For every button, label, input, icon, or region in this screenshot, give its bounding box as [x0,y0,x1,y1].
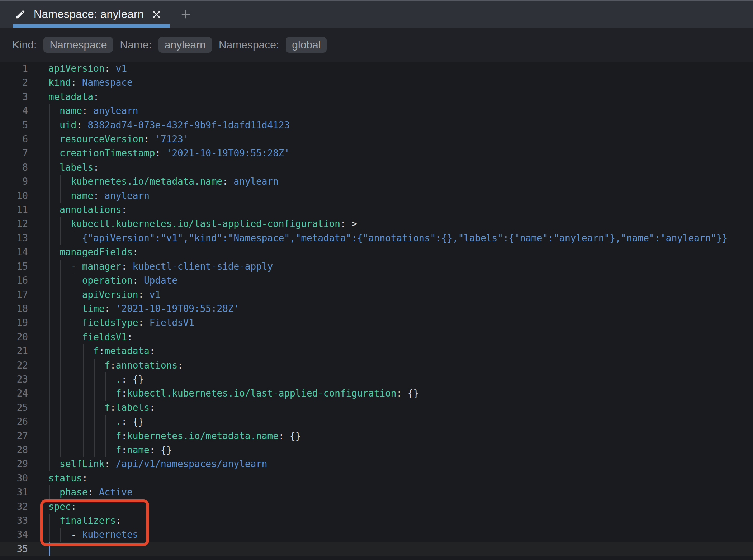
yaml-key: f [116,445,122,455]
editor-line-33[interactable]: 33 finalizers: [0,514,753,528]
yaml-punctuation: : [122,204,127,215]
yaml-punctuation: : [93,91,99,102]
indent-guide [72,443,72,457]
indent-spaces [48,247,60,257]
yaml-key: resourceVersion [60,134,144,144]
indent-guide [105,429,106,443]
line-number: 35 [0,542,28,556]
editor-line-1[interactable]: 1apiVersion: v1 [0,62,753,76]
yaml-value: v1 [150,289,161,300]
new-tab-button[interactable] [176,1,195,28]
indent-guide [60,415,61,429]
editor-line-5[interactable]: 5 uid: 8382ad74-073e-432f-9b9f-1dafd11d4… [0,118,753,132]
editor-line-25[interactable]: 25 f:labels: [0,401,753,415]
yaml-value: kubectl-client-side-apply [133,261,273,272]
editor-line-19[interactable]: 19 fieldsType: FieldsV1 [0,316,753,330]
indent-guide [49,372,50,386]
indent-guide [60,528,61,542]
editor-line-31[interactable]: 31 phase: Active [0,485,753,499]
yaml-punctuation: : [122,388,127,399]
tab-title: Namespace: anylearn [34,8,144,21]
editor-line-15[interactable]: 15 - manager: kubectl-client-side-apply [0,260,753,274]
indent-spaces [48,162,60,173]
close-tab-icon[interactable] [152,10,161,19]
indent-guide [49,429,50,443]
editor-line-6[interactable]: 6 resourceVersion: '7123' [0,132,753,146]
editor-line-3[interactable]: 3metadata: [0,90,753,104]
editor-line-21[interactable]: 21 f:metadata: [0,344,753,358]
indent-guide [72,372,72,386]
yaml-punctuation: : [133,275,144,286]
yaml-key: manager [82,261,122,272]
editor-line-32[interactable]: 32spec: [0,500,753,514]
editor-line-13[interactable]: 13 {"apiVersion":"v1","kind":"Namespace"… [0,231,753,245]
editor-line-34[interactable]: 34 - kubernetes [0,528,753,542]
editor-line-12[interactable]: 12 kubectl.kubernetes.io/last-applied-co… [0,217,753,231]
indent-guide [60,217,61,231]
editor-line-22[interactable]: 22 f:annotations: [0,359,753,372]
editor-line-11[interactable]: 11 annotations: [0,203,753,217]
editor-line-28[interactable]: 28 f:name: {} [0,443,753,457]
editor-line-4[interactable]: 4 name: anylearn [0,104,753,118]
indent-guide [49,132,50,146]
editor-line-16[interactable]: 16 operation: Update [0,274,753,288]
editor-line-17[interactable]: 17 apiVersion: v1 [0,288,753,302]
line-number: 17 [0,288,28,302]
indent-guide [49,217,50,231]
indent-guide [49,274,50,288]
editor-line-8[interactable]: 8 labels: [0,161,753,175]
editor-line-26[interactable]: 26 .: {} [0,415,753,429]
kind-label: Kind: [12,39,37,51]
line-number: 21 [0,344,28,358]
editor-line-27[interactable]: 27 f:kubernetes.io/metadata.name: {} [0,429,753,443]
indent-spaces [48,120,60,130]
line-code: finalizers: [28,514,753,528]
line-code: annotations: [28,203,753,217]
name-label: Name: [120,39,151,51]
indent-guide [49,401,50,415]
indent-guide [60,344,61,358]
yaml-key: name [127,445,150,455]
editor-line-23[interactable]: 23 .: {} [0,372,753,386]
editor-line-30[interactable]: 30status: [0,471,753,485]
editor-line-2[interactable]: 2kind: Namespace [0,76,753,90]
tab-namespace-anylearn[interactable]: Namespace: anylearn [13,1,170,28]
indent-guide [49,203,50,217]
yaml-editor[interactable]: 1apiVersion: v12kind: Namespace3metadata… [0,62,753,560]
editor-line-7[interactable]: 7 creationTimestamp: '2021-10-19T09:55:2… [0,146,753,160]
editor-line-10[interactable]: 10 name: anylearn [0,189,753,203]
indent-guide [105,443,106,457]
editor-line-35[interactable]: 35 [0,542,753,556]
indent-guide [49,485,50,499]
yaml-key: finalizers [60,515,116,526]
indent-guide [60,372,61,386]
indent-guide [49,528,50,542]
indent-guide [60,429,61,443]
edit-pencil-icon [15,9,26,20]
line-code: fieldsType: FieldsV1 [28,316,753,330]
editor-line-20[interactable]: 20 fieldsV1: [0,330,753,344]
editor-line-24[interactable]: 24 f:kubectl.kubernetes.io/last-applied-… [0,386,753,400]
editor-line-29[interactable]: 29 selfLink: /api/v1/namespaces/anylearn [0,457,753,471]
indent-guide [94,372,95,386]
line-number: 10 [0,189,28,203]
yaml-key: annotations [116,360,177,371]
line-number: 30 [0,471,28,485]
editor-line-9[interactable]: 9 kubernetes.io/metadata.name: anylearn [0,175,753,189]
editor-line-18[interactable]: 18 time: '2021-10-19T09:55:28Z' [0,302,753,316]
yaml-punctuation: : [122,431,127,441]
yaml-key: fieldsV1 [82,332,127,342]
line-number: 20 [0,330,28,344]
line-number: 18 [0,302,28,316]
yaml-punctuation: : [122,374,133,385]
yaml-key: phase [60,487,87,498]
indent-guide [94,401,95,415]
yaml-key: f [116,431,122,441]
indent-guide [60,386,61,400]
yaml-punctuation: : [122,445,127,455]
editor-line-14[interactable]: 14 managedFields: [0,245,753,259]
line-number: 6 [0,132,28,146]
indent-spaces [48,134,60,144]
indent-guide [83,344,84,358]
yaml-key: spec [48,501,71,512]
